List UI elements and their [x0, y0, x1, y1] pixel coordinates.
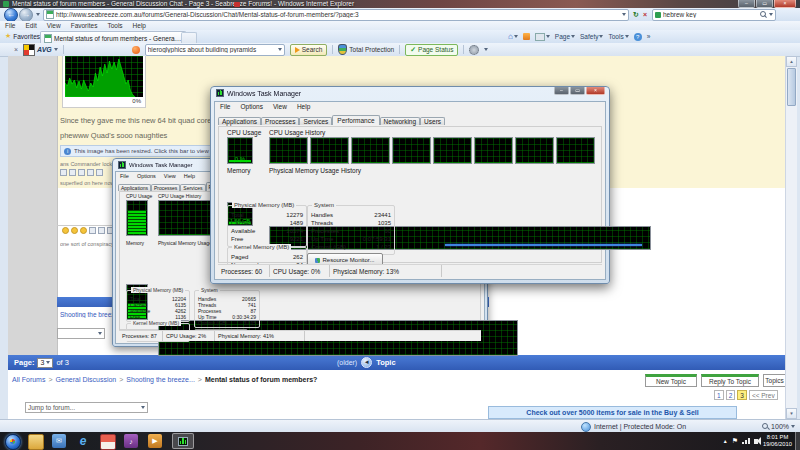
breadcrumb-link[interactable]: All Forums	[12, 376, 45, 383]
avg-search-button[interactable]: Search	[290, 44, 328, 56]
avg-close-icon[interactable]: ×	[14, 46, 18, 53]
player-taskbar-icon[interactable]: ▶	[148, 434, 162, 448]
url-input[interactable]	[56, 11, 620, 18]
tab-services[interactable]: Services	[299, 117, 332, 125]
tm-close-button[interactable]: ×	[586, 87, 605, 95]
avg-total-protection[interactable]: Total Protection	[338, 44, 394, 55]
page-number-1[interactable]: 1	[714, 390, 724, 400]
start-button[interactable]	[5, 434, 21, 450]
post-tool-icon[interactable]	[78, 169, 85, 176]
post-tool-icon[interactable]	[60, 169, 67, 176]
scrollbar-thumb[interactable]	[787, 68, 796, 106]
tab-performance[interactable]: Performance	[332, 115, 379, 125]
menu-item[interactable]: Tools	[102, 21, 127, 30]
close-button[interactable]: ×	[774, 0, 796, 8]
topics-button[interactable]: Topics	[763, 374, 786, 387]
scroll-down-arrow[interactable]: ▼	[786, 408, 797, 419]
topic-link[interactable]: Topic	[376, 358, 395, 367]
home-button[interactable]: ⌂	[508, 32, 518, 41]
menu-item[interactable]: File	[215, 102, 235, 112]
avg-dropdown-icon[interactable]	[54, 48, 58, 51]
posted-cpu-graph-image[interactable]: 0%	[65, 56, 143, 105]
menu-item[interactable]: Edit	[20, 21, 41, 30]
tab-applications[interactable]: Applications	[218, 117, 261, 125]
minimize-button[interactable]: –	[738, 0, 755, 8]
avg-logo[interactable]: AVG	[23, 44, 58, 56]
maximize-button[interactable]: ▭	[756, 0, 773, 8]
zoom-level[interactable]: 100%	[771, 423, 789, 430]
post-tool-icon[interactable]	[69, 169, 76, 176]
breadcrumb-link[interactable]: General Discussion	[56, 376, 117, 383]
back-to-top-icon[interactable]: ◄	[361, 357, 372, 368]
url-field[interactable]	[43, 9, 629, 21]
back-button[interactable]: ←	[4, 8, 18, 22]
overflow-chevron-icon[interactable]: »	[647, 33, 651, 40]
tm-maximize-button[interactable]: ▭	[570, 87, 585, 95]
avg-more-dropdown-icon[interactable]	[484, 48, 488, 51]
page-select[interactable]: 3	[37, 358, 53, 368]
post-tool-icon[interactable]	[87, 169, 94, 176]
refresh-icon[interactable]: ↻	[633, 10, 639, 20]
older-link[interactable]: (older)	[337, 359, 357, 366]
taskbar-clock[interactable]: 8:01 PM 19/06/2010	[763, 434, 792, 448]
search-magnifier-icon[interactable]	[760, 11, 767, 18]
post-tool-icon[interactable]	[96, 169, 103, 176]
explorer-taskbar-icon[interactable]	[28, 434, 44, 450]
scroll-up-arrow[interactable]: ▲	[786, 56, 797, 67]
recent-pages-dropdown-icon[interactable]	[36, 13, 40, 16]
tools-menu[interactable]: Tools	[608, 33, 628, 40]
print-button[interactable]	[535, 33, 550, 41]
menu-item[interactable]: File	[0, 21, 20, 30]
media-app-taskbar-icon[interactable]: ♪	[124, 434, 138, 448]
safety-menu[interactable]: Safety	[580, 33, 603, 40]
url-dropdown-icon[interactable]	[622, 13, 626, 16]
page-menu[interactable]: Page	[555, 33, 575, 40]
show-desktop-button[interactable]	[795, 432, 800, 450]
tray-expand-icon[interactable]: ▲	[723, 438, 728, 444]
menu-item[interactable]: View	[42, 21, 66, 30]
help-icon[interactable]: ?	[634, 33, 642, 41]
task-manager-taskbar-button[interactable]	[172, 433, 194, 449]
rss-icon[interactable]	[523, 33, 530, 40]
tab-networking[interactable]: Networking	[380, 117, 421, 125]
search-box[interactable]	[652, 9, 776, 21]
search-options-dropdown-icon[interactable]	[769, 13, 773, 16]
zoom-dropdown-icon[interactable]	[791, 425, 795, 428]
tm-titlebar[interactable]: Windows Task Manager	[216, 89, 301, 97]
network-icon[interactable]	[742, 438, 750, 444]
gear-icon[interactable]	[469, 45, 479, 55]
menu-item[interactable]: Favorites	[66, 21, 103, 30]
internet-explorer-taskbar-icon[interactable]: e	[76, 434, 90, 448]
menu-item[interactable]: Help	[292, 102, 315, 112]
favorites-button[interactable]: ★ Favorites	[5, 32, 40, 40]
avg-search-combo[interactable]	[145, 44, 285, 56]
avg-search-dropdown-icon[interactable]	[278, 48, 282, 51]
reply-to-topic-button[interactable]: Reply To Topic	[701, 374, 759, 387]
volume-icon[interactable]	[754, 439, 758, 444]
zoom-magnifier-icon[interactable]	[762, 423, 769, 430]
tab-users[interactable]: Users	[420, 117, 445, 125]
new-topic-button[interactable]: New Topic	[645, 374, 697, 387]
avg-menu-icon[interactable]	[234, 2, 240, 7]
tab-processes[interactable]: Processes	[261, 117, 299, 125]
page-scrollbar[interactable]: ▲ ▼	[785, 56, 797, 419]
buy-sell-banner[interactable]: Check out over 5000 items for sale in th…	[488, 406, 737, 419]
stop-icon[interactable]: ×	[643, 10, 647, 20]
tm-minimize-button[interactable]: –	[554, 87, 569, 95]
menu-item[interactable]: View	[268, 102, 292, 112]
prev-page-button[interactable]: << Prev	[749, 390, 778, 400]
search-input[interactable]	[663, 11, 758, 18]
action-center-flag-icon[interactable]: ⚑	[732, 437, 738, 445]
menu-item[interactable]: Help	[128, 21, 151, 30]
avg-page-status[interactable]: ✓ Page Status	[405, 44, 458, 56]
photo-app-taskbar-icon[interactable]	[100, 434, 116, 450]
forward-button[interactable]: →	[19, 8, 33, 22]
avg-search-input[interactable]	[148, 46, 276, 53]
breadcrumb-link[interactable]: Shooting the breeze...	[126, 376, 195, 383]
page-number-3-current[interactable]: 3	[737, 390, 747, 400]
page-number-2[interactable]: 2	[726, 390, 736, 400]
mail-taskbar-icon[interactable]: ✉	[52, 434, 66, 448]
jump-to-forum-dropdown[interactable]: Jump to forum...	[25, 402, 148, 413]
menu-item[interactable]: Options	[235, 102, 267, 112]
small-dropdown[interactable]	[57, 328, 105, 339]
